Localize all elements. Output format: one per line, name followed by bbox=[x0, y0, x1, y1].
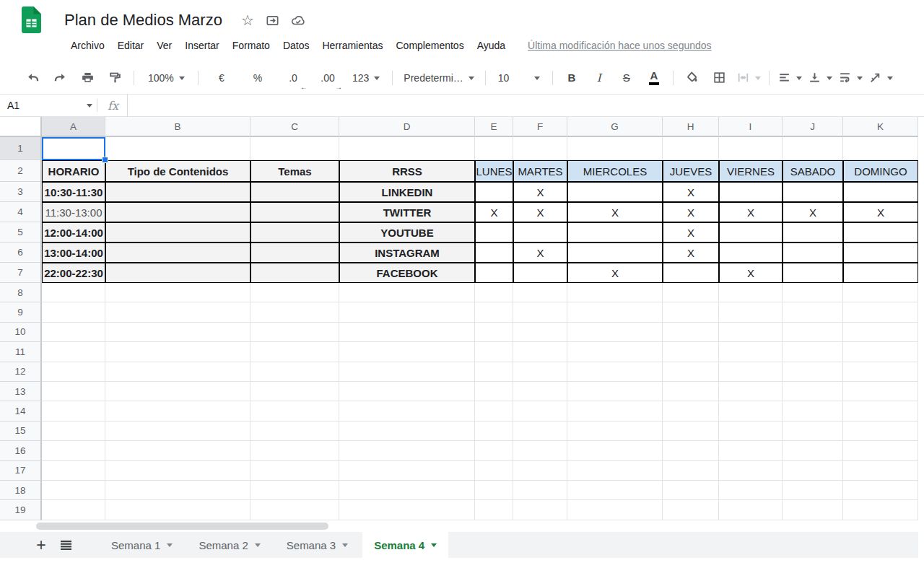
cell-G17[interactable] bbox=[567, 461, 663, 481]
cell-B3[interactable] bbox=[105, 182, 250, 202]
sheets-logo-icon[interactable] bbox=[22, 6, 41, 33]
cell-J5[interactable] bbox=[783, 222, 843, 243]
horizontal-align-button[interactable] bbox=[777, 68, 802, 88]
cell-A10[interactable] bbox=[42, 323, 105, 342]
cell-J13[interactable] bbox=[783, 382, 843, 401]
cell-K1[interactable] bbox=[843, 137, 918, 160]
sheet-tab-semana-3[interactable]: Semana 3 bbox=[275, 532, 359, 558]
menu-editar[interactable]: Editar bbox=[111, 38, 151, 53]
cell-H19[interactable] bbox=[663, 500, 719, 520]
cell-H17[interactable] bbox=[663, 461, 719, 481]
cell-B5[interactable] bbox=[105, 222, 250, 243]
row-header-6[interactable]: 6 bbox=[0, 243, 42, 263]
select-all-corner[interactable] bbox=[0, 117, 42, 137]
cell-F16[interactable] bbox=[513, 441, 567, 460]
cell-A1[interactable] bbox=[42, 137, 105, 160]
cell-K9[interactable] bbox=[843, 302, 918, 322]
cell-E4[interactable]: X bbox=[475, 202, 513, 222]
row-header-18[interactable]: 18 bbox=[0, 481, 42, 500]
cell-D11[interactable] bbox=[339, 342, 475, 362]
cell-C15[interactable] bbox=[250, 421, 339, 441]
cell-H1[interactable] bbox=[663, 137, 719, 160]
cell-E1[interactable] bbox=[475, 137, 513, 160]
cell-D17[interactable] bbox=[339, 461, 475, 481]
cell-C6[interactable] bbox=[250, 243, 339, 263]
cell-K8[interactable] bbox=[843, 283, 918, 302]
menu-herramientas[interactable]: Herramientas bbox=[315, 38, 389, 53]
cell-B6[interactable] bbox=[105, 243, 250, 263]
column-header-B[interactable]: B bbox=[105, 117, 250, 137]
cell-C17[interactable] bbox=[250, 461, 339, 481]
cell-A6[interactable]: 13:00-14:00 bbox=[42, 243, 105, 263]
cell-C7[interactable] bbox=[250, 263, 339, 283]
cell-J17[interactable] bbox=[783, 461, 843, 481]
font-size-select[interactable]: 10 bbox=[494, 68, 544, 88]
cell-I1[interactable] bbox=[719, 137, 783, 160]
cell-H11[interactable] bbox=[663, 342, 719, 362]
row-header-4[interactable]: 4 bbox=[0, 202, 42, 222]
cell-K4[interactable]: X bbox=[843, 202, 918, 222]
cell-I18[interactable] bbox=[719, 481, 783, 500]
cell-K11[interactable] bbox=[843, 342, 918, 362]
cell-F8[interactable] bbox=[513, 283, 567, 302]
column-header-H[interactable]: H bbox=[663, 117, 719, 137]
cell-G3[interactable] bbox=[567, 182, 663, 202]
cell-F17[interactable] bbox=[513, 461, 567, 481]
all-sheets-button[interactable] bbox=[53, 532, 78, 558]
cell-G5[interactable] bbox=[567, 222, 663, 243]
cell-C19[interactable] bbox=[250, 500, 339, 520]
cell-I11[interactable] bbox=[719, 342, 783, 362]
cell-C12[interactable] bbox=[250, 362, 339, 382]
name-box[interactable]: A1 bbox=[0, 100, 97, 111]
star-icon[interactable]: ☆ bbox=[241, 13, 254, 27]
menu-datos[interactable]: Datos bbox=[276, 38, 316, 53]
cell-C9[interactable] bbox=[250, 302, 339, 322]
cell-H15[interactable] bbox=[663, 421, 719, 441]
cell-I9[interactable] bbox=[719, 302, 783, 322]
cell-D3[interactable]: LINKEDIN bbox=[339, 182, 475, 202]
cell-A8[interactable] bbox=[42, 283, 105, 302]
cell-E13[interactable] bbox=[475, 382, 513, 401]
cell-D5[interactable]: YOUTUBE bbox=[339, 222, 475, 243]
cell-A13[interactable] bbox=[42, 382, 105, 401]
row-header-5[interactable]: 5 bbox=[0, 222, 42, 243]
cell-D7[interactable]: FACEBOOK bbox=[339, 263, 475, 283]
cell-H12[interactable] bbox=[663, 362, 719, 382]
merge-cells-button[interactable] bbox=[736, 68, 761, 88]
row-header-15[interactable]: 15 bbox=[0, 421, 42, 441]
cell-D9[interactable] bbox=[339, 302, 475, 322]
cell-J16[interactable] bbox=[783, 441, 843, 460]
cell-K19[interactable] bbox=[843, 500, 918, 520]
cell-C10[interactable] bbox=[250, 323, 339, 342]
cell-E5[interactable] bbox=[475, 222, 513, 243]
italic-button[interactable]: I bbox=[588, 68, 610, 88]
cell-D14[interactable] bbox=[339, 401, 475, 421]
cell-A18[interactable] bbox=[42, 481, 105, 500]
font-select[interactable]: Predetermi… bbox=[401, 68, 476, 88]
cell-B19[interactable] bbox=[105, 500, 250, 520]
row-header-17[interactable]: 17 bbox=[0, 461, 42, 481]
row-header-13[interactable]: 13 bbox=[0, 382, 42, 401]
cell-G1[interactable] bbox=[567, 137, 663, 160]
column-header-K[interactable]: K bbox=[843, 117, 918, 137]
bold-button[interactable]: B bbox=[561, 68, 583, 88]
cell-A3[interactable]: 10:30-11:30 bbox=[42, 182, 105, 202]
cell-I12[interactable] bbox=[719, 362, 783, 382]
cell-J2[interactable]: SABADO bbox=[783, 160, 843, 182]
cell-A17[interactable] bbox=[42, 461, 105, 481]
strikethrough-button[interactable]: S bbox=[616, 68, 637, 88]
cell-F9[interactable] bbox=[513, 302, 567, 322]
cell-A19[interactable] bbox=[42, 500, 105, 520]
cell-E10[interactable] bbox=[475, 323, 513, 342]
cell-G2[interactable]: MIERCOLES bbox=[567, 160, 663, 182]
column-header-C[interactable]: C bbox=[250, 117, 339, 137]
column-header-J[interactable]: J bbox=[783, 117, 843, 137]
format-percent-button[interactable]: % bbox=[243, 68, 273, 88]
column-header-G[interactable]: G bbox=[567, 117, 663, 137]
cell-K3[interactable] bbox=[843, 182, 918, 202]
row-header-16[interactable]: 16 bbox=[0, 441, 42, 460]
cell-J3[interactable] bbox=[783, 182, 843, 202]
menu-complementos[interactable]: Complementos bbox=[389, 38, 470, 53]
cell-K10[interactable] bbox=[843, 323, 918, 342]
cell-B7[interactable] bbox=[105, 263, 250, 283]
